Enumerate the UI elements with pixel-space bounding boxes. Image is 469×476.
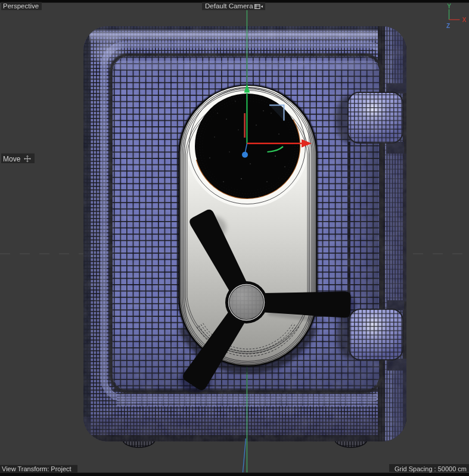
svg-text:Grid Spacing : 50000 cm: Grid Spacing : 50000 cm [395, 465, 467, 472]
svg-text:Y: Y [447, 3, 451, 10]
svg-text:Z: Z [446, 23, 450, 29]
svg-text:Move: Move [3, 155, 21, 163]
svg-text:Default Camera: Default Camera [205, 2, 253, 10]
svg-text:X: X [462, 17, 467, 23]
svg-text:Perspective: Perspective [3, 2, 39, 10]
svg-text:View Transform: Project: View Transform: Project [2, 465, 72, 472]
